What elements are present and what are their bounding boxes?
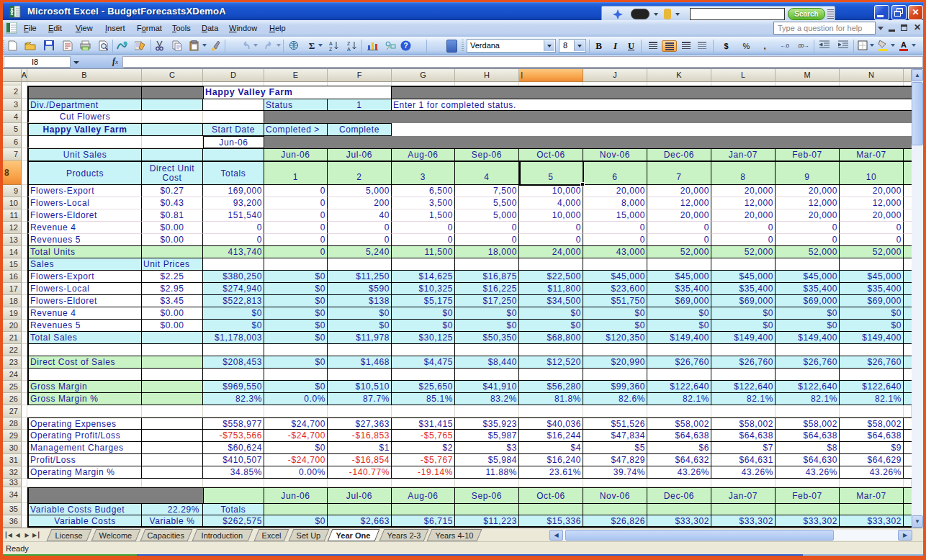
svg-text:Z: Z: [329, 47, 333, 51]
svg-text:?: ?: [404, 42, 408, 50]
svg-text:A: A: [329, 41, 333, 46]
svg-text:A: A: [347, 47, 351, 51]
svg-text:Z: Z: [347, 41, 351, 46]
